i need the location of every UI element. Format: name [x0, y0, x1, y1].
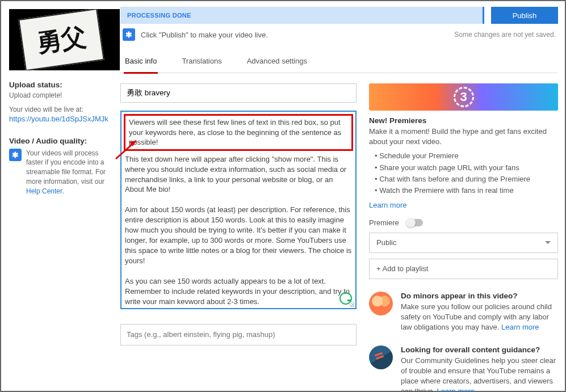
add-to-playlist-button[interactable]: + Add to playlist: [369, 259, 558, 279]
guidelines-icon: [369, 345, 393, 369]
star-icon: ✱: [9, 149, 22, 161]
title-input[interactable]: [120, 83, 357, 103]
star-icon: ✱: [123, 28, 135, 41]
countdown-icon: 3: [454, 87, 474, 107]
minors-heading: Do minors appear in this video?: [401, 292, 558, 300]
premiere-toggle[interactable]: [406, 219, 423, 226]
chevron-down-icon: [545, 241, 551, 244]
premiere-toggle-label: Premiere: [369, 218, 399, 227]
premiere-banner: 3: [369, 83, 558, 111]
tab-basic-info[interactable]: Basic info: [124, 51, 158, 74]
description-intro-highlight: Viewers will see these first few lines o…: [124, 114, 353, 151]
learn-more-premieres-link[interactable]: Learn more: [369, 201, 558, 209]
minors-icon: [369, 292, 393, 315]
help-center-link[interactable]: Help Center: [26, 187, 62, 195]
tab-advanced-settings[interactable]: Advanced settings: [246, 51, 308, 73]
video-url-link[interactable]: https://youtu.be/1dSpJSxJMJk: [9, 115, 108, 123]
upload-complete-text: Upload complete!: [9, 91, 112, 100]
description-textarea[interactable]: [124, 151, 353, 304]
resize-handle-icon[interactable]: [349, 301, 354, 307]
learn-more-guidelines-link[interactable]: Learn more: [437, 387, 475, 392]
tags-input[interactable]: [120, 324, 357, 345]
publish-hint: Click "Publish" to make your video live.: [141, 31, 268, 39]
video-thumbnail: 勇父: [9, 9, 120, 70]
quality-heading: Video / Audio quality:: [9, 137, 112, 145]
unsaved-changes-text: Some changes are not yet saved.: [454, 31, 556, 39]
quality-message: Your videos will process faster if you e…: [26, 149, 112, 196]
premieres-bullets: • Schedule your Premiere • Share your wa…: [369, 150, 558, 196]
premieres-heading: New! Premieres: [369, 116, 558, 125]
publish-button[interactable]: Publish: [491, 7, 558, 24]
guidelines-text: Our Community Guidelines help you steer …: [401, 356, 558, 393]
guidelines-heading: Looking for overall content guidance?: [401, 345, 558, 354]
upload-status-heading: Upload status:: [9, 81, 112, 89]
learn-more-minors-link[interactable]: Learn more: [501, 323, 539, 331]
premieres-desc: Make it a moment! Build the hype and get…: [369, 127, 558, 147]
live-at-text: Your video will be live at:: [9, 105, 112, 115]
tab-translations[interactable]: Translations: [181, 51, 223, 73]
processing-status: PROCESSING DONE: [120, 7, 484, 24]
tabs: Basic info Translations Advanced setting…: [120, 51, 558, 73]
description-field[interactable]: Viewers will see these first few lines o…: [120, 111, 357, 309]
minors-text: Make sure you follow our policies around…: [401, 302, 558, 333]
visibility-select[interactable]: Public: [369, 233, 558, 253]
